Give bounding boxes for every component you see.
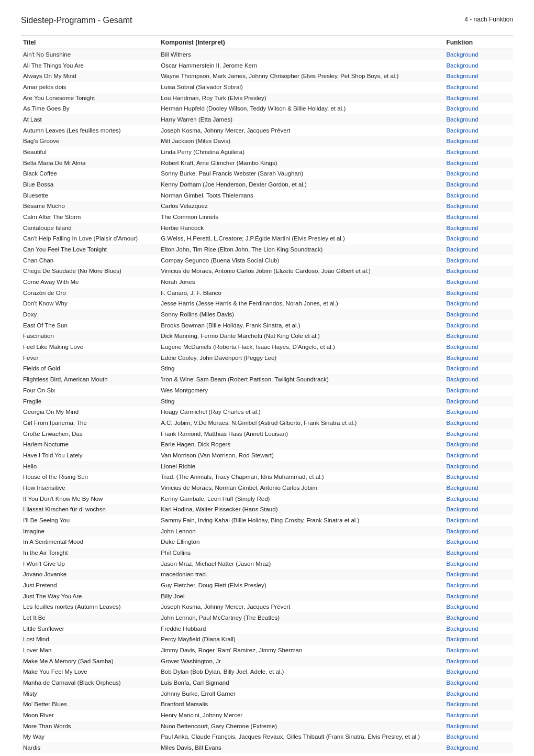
- song-function: Background: [444, 483, 513, 494]
- function-label[interactable]: Background: [446, 431, 478, 437]
- function-label[interactable]: Background: [446, 105, 478, 112]
- function-label[interactable]: Background: [446, 463, 478, 469]
- song-composer: Wes Montgomery: [159, 385, 444, 396]
- function-label[interactable]: Background: [446, 452, 478, 458]
- function-label[interactable]: Background: [446, 268, 478, 274]
- function-label[interactable]: Background: [446, 225, 478, 231]
- song-composer: Miles Davis, Bill Evans: [159, 742, 444, 753]
- function-label[interactable]: Background: [446, 365, 478, 371]
- function-label[interactable]: Background: [446, 311, 478, 317]
- function-label[interactable]: Background: [446, 170, 478, 177]
- table-row: FragileStingBackground: [21, 396, 513, 407]
- function-label[interactable]: Background: [446, 246, 478, 253]
- table-row: Mo' Better BluesBranford MarsalisBackgro…: [21, 699, 513, 710]
- song-function: Background: [444, 461, 513, 472]
- song-function: Background: [444, 396, 513, 407]
- function-label[interactable]: Background: [446, 192, 478, 199]
- song-composer: Percy Mayfield (Diana Krall): [159, 634, 444, 645]
- song-composer: Freddie Hubbard: [159, 623, 444, 634]
- function-label[interactable]: Background: [446, 181, 478, 188]
- function-label[interactable]: Background: [446, 62, 478, 69]
- table-row: Make You Feel My LoveBob Dylan (Bob Dyla…: [21, 666, 513, 677]
- song-title: Georgia On My Mind: [21, 407, 159, 418]
- function-label[interactable]: Background: [446, 539, 478, 545]
- function-label[interactable]: Background: [446, 235, 478, 242]
- function-label[interactable]: Background: [446, 604, 478, 610]
- function-label[interactable]: Background: [446, 300, 478, 306]
- table-row: Little SunflowerFreddie HubbardBackgroun…: [21, 623, 513, 634]
- function-label[interactable]: Background: [446, 582, 478, 588]
- function-label[interactable]: Background: [446, 441, 478, 447]
- song-function: Background: [444, 623, 513, 634]
- song-composer: Eugene McDaniels (Roberta Flack, Isaac H…: [159, 342, 444, 353]
- function-label[interactable]: Background: [446, 387, 478, 393]
- function-label[interactable]: Background: [446, 355, 478, 361]
- song-composer: Dick Manning, Fermo Dante Marchetti (Nat…: [159, 331, 444, 342]
- song-title: Harlem Nocturne: [21, 439, 159, 450]
- song-function: Background: [444, 666, 513, 677]
- function-label[interactable]: Background: [446, 257, 478, 264]
- song-composer: macedonian trad.: [159, 569, 444, 580]
- function-label[interactable]: Background: [446, 344, 478, 350]
- song-function: Background: [444, 721, 513, 732]
- song-function: Background: [444, 288, 513, 299]
- function-label[interactable]: Background: [446, 647, 478, 653]
- function-label[interactable]: Background: [446, 203, 478, 209]
- function-label[interactable]: Background: [446, 626, 478, 632]
- function-label[interactable]: Background: [446, 474, 478, 480]
- function-label[interactable]: Background: [446, 691, 478, 697]
- table-row: Corazón de OroF. Canaro, J. F. BlancoBac…: [21, 288, 513, 299]
- function-label[interactable]: Background: [446, 51, 478, 58]
- table-row: Moon RiverHenry Mancini, Johnny MercerBa…: [21, 710, 513, 721]
- song-title: Bluesette: [21, 190, 159, 201]
- function-label[interactable]: Background: [446, 95, 478, 101]
- function-label[interactable]: Background: [446, 127, 478, 134]
- function-label[interactable]: Background: [446, 116, 478, 123]
- function-label[interactable]: Background: [446, 550, 478, 556]
- function-label[interactable]: Background: [446, 744, 478, 751]
- song-composer: Vinicius de Moraes, Antonio Carlos Jobim…: [159, 266, 444, 277]
- song-composer: Kenny Gambale, Leon Huff (Simply Red): [159, 494, 444, 505]
- function-label[interactable]: Background: [446, 669, 478, 675]
- function-label[interactable]: Background: [446, 279, 478, 285]
- function-label[interactable]: Background: [446, 409, 478, 415]
- function-label[interactable]: Background: [446, 322, 478, 328]
- song-function: Background: [444, 418, 513, 429]
- function-label[interactable]: Background: [446, 593, 478, 599]
- song-composer: Trad. (The Animals, Tracy Chapman, Idris…: [159, 472, 444, 483]
- function-label[interactable]: Background: [446, 496, 478, 502]
- function-label[interactable]: Background: [446, 680, 478, 686]
- table-row: MistyJohnny Burke, Erroll GarnerBackgrou…: [21, 688, 513, 699]
- table-row: Bag's GrooveMilt Jackson (Miles Davis)Ba…: [21, 136, 513, 147]
- function-label[interactable]: Background: [446, 214, 478, 220]
- function-label[interactable]: Background: [446, 528, 478, 534]
- function-label[interactable]: Background: [446, 658, 478, 664]
- function-label[interactable]: Background: [446, 517, 478, 523]
- function-label[interactable]: Background: [446, 138, 478, 144]
- table-row: As Time Goes ByHerman Hupfeld (Dooley Wi…: [21, 103, 513, 114]
- function-label[interactable]: Background: [446, 485, 478, 491]
- function-label[interactable]: Background: [446, 160, 478, 166]
- function-label[interactable]: Background: [446, 561, 478, 567]
- function-label[interactable]: Background: [446, 506, 478, 512]
- function-label[interactable]: Background: [446, 398, 478, 404]
- function-label[interactable]: Background: [446, 73, 478, 79]
- table-row: Blue BossaKenny Dorham (Joe Henderson, D…: [21, 179, 513, 190]
- function-label[interactable]: Background: [446, 615, 478, 621]
- function-label[interactable]: Background: [446, 420, 478, 426]
- song-title: Moon River: [21, 710, 159, 721]
- function-label[interactable]: Background: [446, 84, 478, 90]
- function-label[interactable]: Background: [446, 723, 478, 729]
- function-label[interactable]: Background: [446, 149, 478, 155]
- function-label[interactable]: Background: [446, 712, 478, 718]
- function-label[interactable]: Background: [446, 376, 478, 382]
- function-label[interactable]: Background: [446, 701, 478, 707]
- function-label[interactable]: Background: [446, 333, 478, 339]
- song-function: Background: [444, 742, 513, 753]
- song-composer: Phil Collins: [159, 547, 444, 558]
- table-row: Jovano Jovankemacedonian trad.Background: [21, 569, 513, 580]
- function-label[interactable]: Background: [446, 733, 478, 740]
- function-label[interactable]: Background: [446, 636, 478, 642]
- function-label[interactable]: Background: [446, 290, 478, 296]
- function-label[interactable]: Background: [446, 571, 478, 577]
